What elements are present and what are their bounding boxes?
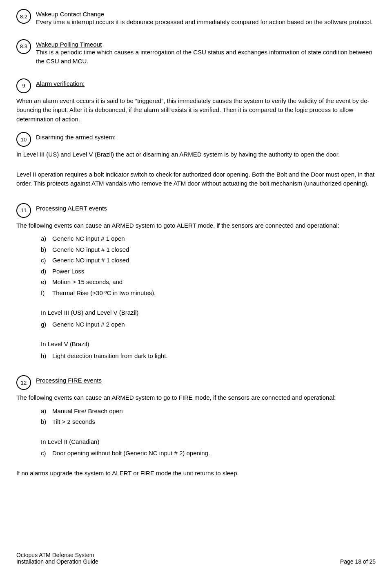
badge-9: 9 [16, 78, 31, 93]
section-8-3: 8.3 Wakeup Polling Timeout This is a per… [16, 38, 376, 70]
badge-12: 12 [16, 375, 31, 390]
list-text: Light detection transition from dark to … [52, 351, 168, 361]
badge-11: 11 [16, 203, 31, 218]
section-header-11: 11 Processing ALERT events [16, 202, 376, 218]
page-footer: Octopus ATM Defense System Installation … [16, 552, 376, 565]
section-12: 12 Processing FIRE events The following … [16, 374, 376, 478]
footer-guide: Installation and Operation Guide [16, 558, 98, 565]
page: 8.2 Wakeup Contact Change Every time a i… [0, 0, 392, 573]
list-item: h) Light detection transition from dark … [41, 351, 376, 361]
section-12-list2: c) Door opening without bolt (Generic NC… [41, 449, 376, 458]
list-item: b) Tilt > 2 seconds [41, 417, 376, 427]
badge-10: 10 [16, 132, 31, 147]
section-12-closing: If no alarms upgrade the system to ALERT… [16, 469, 376, 478]
body-text-8-3: This is a periodic time which causes a i… [36, 48, 376, 66]
section-12-list: a) Manual Fire/ Breach open b) Tilt > 2 … [41, 407, 376, 427]
list-text: Generic NO input # 1 closed [52, 245, 129, 255]
section-11-sub-note2: In Level V (Brazil) [41, 340, 376, 349]
section-9: 9 Alarm verification: When an alarm even… [16, 78, 376, 124]
section-title-8-3: Wakeup Polling Timeout [36, 41, 376, 48]
section-header-12: 12 Processing FIRE events [16, 374, 376, 390]
section-header-8-3: 8.3 Wakeup Polling Timeout This is a per… [16, 38, 376, 70]
list-text: Power Loss [52, 267, 84, 276]
list-text: Manual Fire/ Breach open [52, 407, 123, 416]
list-item: f) Thermal Rise (>30 ºC in two minutes). [41, 289, 376, 298]
body-text-9: When an alarm event occurs it is said to… [16, 96, 376, 124]
list-item: c) Door opening without bolt (Generic NC… [41, 449, 376, 458]
list-label: c) [41, 256, 52, 265]
list-label: f) [41, 289, 52, 298]
footer-left: Octopus ATM Defense System Installation … [16, 552, 98, 565]
list-text: Generic NO input # 1 closed [52, 256, 129, 265]
list-label: e) [41, 278, 52, 287]
section-header-9: 9 Alarm verification: [16, 78, 376, 93]
footer-page-number: Page 18 of 25 [340, 558, 376, 565]
section-11-list: a) Generic NC input # 1 open b) Generic … [41, 234, 376, 298]
section-title-11: Processing ALERT events [36, 205, 107, 212]
list-text: Tilt > 2 seconds [52, 417, 95, 427]
list-text: Generic NC input # 2 open [52, 320, 125, 329]
section-10: 10 Disarming the armed system: In Level … [16, 131, 376, 188]
list-label: c) [41, 449, 52, 458]
list-label: b) [41, 245, 52, 255]
section-11-list2: g) Generic NC input # 2 open [41, 320, 376, 329]
section-11-list3: h) Light detection transition from dark … [41, 351, 376, 361]
list-item: a) Generic NC input # 1 open [41, 234, 376, 244]
list-item: e) Motion > 15 seconds, and [41, 278, 376, 287]
list-item: c) Generic NO input # 1 closed [41, 256, 376, 265]
list-label: b) [41, 417, 52, 427]
list-label: d) [41, 267, 52, 276]
section-11-intro: The following events can cause an ARMED … [16, 221, 376, 231]
body-text-10b: Level II operation requires a bolt indic… [16, 170, 376, 188]
list-item: a) Manual Fire/ Breach open [41, 407, 376, 416]
list-label: g) [41, 320, 52, 329]
badge-8-3: 8.3 [16, 39, 31, 54]
section-12-sub-note1: In Level II (Canadian) [41, 437, 376, 447]
list-item: d) Power Loss [41, 267, 376, 276]
body-text-10a: In Level III (US) and Level V (Brazil) t… [16, 150, 376, 159]
section-header-8-2: 8.2 Wakeup Contact Change Every time a i… [16, 8, 376, 31]
list-item: b) Generic NO input # 1 closed [41, 245, 376, 255]
section-header-10: 10 Disarming the armed system: [16, 131, 376, 147]
section-8-2: 8.2 Wakeup Contact Change Every time a i… [16, 8, 376, 31]
body-text-8-2: Every time a interrupt occurs it is debo… [36, 18, 373, 27]
list-text: Generic NC input # 1 open [52, 234, 125, 244]
section-title-9: Alarm verification: [36, 80, 85, 87]
list-item: g) Generic NC input # 2 open [41, 320, 376, 329]
section-11-sub-note1: In Level III (US) and Level V (Brazil) [41, 308, 376, 318]
footer-company: Octopus ATM Defense System [16, 552, 98, 558]
section-11: 11 Processing ALERT events The following… [16, 202, 376, 361]
section-title-10: Disarming the armed system: [36, 134, 116, 141]
section-title-8-2: Wakeup Contact Change [36, 11, 373, 18]
list-text: Motion > 15 seconds, and [52, 278, 122, 287]
list-label: a) [41, 234, 52, 244]
section-12-intro: The following events can cause an ARMED … [16, 393, 376, 403]
section-title-12: Processing FIRE events [36, 377, 102, 384]
list-label: h) [41, 351, 52, 361]
badge-8-2: 8.2 [16, 9, 31, 24]
list-text: Thermal Rise (>30 ºC in two minutes). [52, 289, 156, 298]
list-label: a) [41, 407, 52, 416]
list-text: Door opening without bolt (Generic NC in… [52, 449, 210, 458]
